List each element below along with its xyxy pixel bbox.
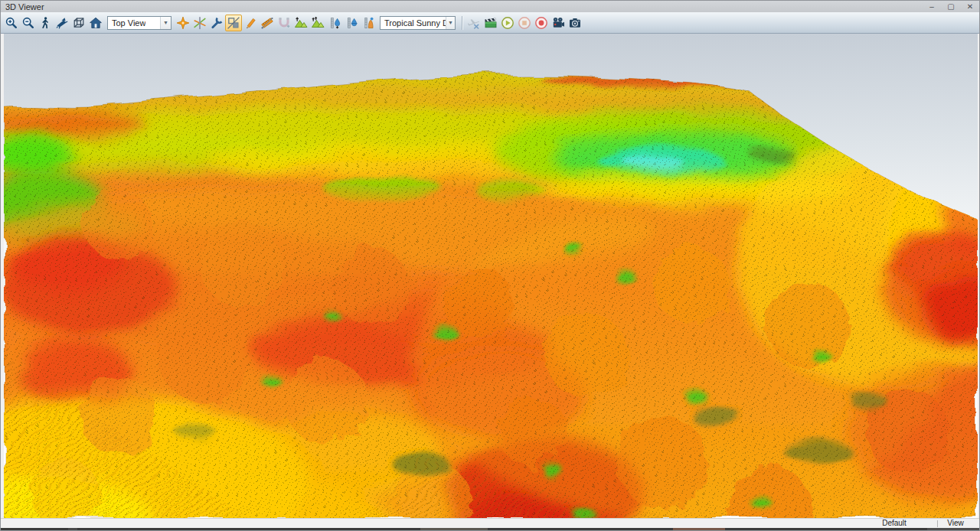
draw-pencil-icon [243,16,257,30]
magnet-add-icon [277,16,291,30]
axes-button[interactable] [191,15,208,31]
toolbar-group-tools [175,15,377,31]
maximize-button[interactable]: ▢ [946,2,956,11]
toolbar-group-navigation [3,15,104,31]
pause-icon [518,16,531,30]
walk-mode-button[interactable] [37,15,54,31]
clapperboard-button[interactable] [482,15,499,31]
tree-profile-icon [361,16,375,30]
toolbar: Top View ▼ Tropical Sunny Day ▼ [1,12,979,34]
view-preset-select[interactable]: Top View ▼ [107,16,172,30]
video-camera-button[interactable] [550,15,567,31]
statusbar-default[interactable]: Default [851,519,937,528]
home-view-button[interactable] [87,15,104,31]
pivot-star-icon [176,16,190,30]
play-icon [501,16,514,30]
record-icon [534,16,548,30]
terrain-raise-icon [294,16,308,30]
window-titlebar[interactable]: 3D Viewer –▢✕ [1,1,979,12]
record-button[interactable] [533,15,550,31]
chevron-down-icon[interactable]: ▼ [446,17,455,29]
flight-path-icon [467,16,481,30]
orthographic-cube-icon [72,16,86,30]
viewport-frame [1,34,979,518]
water-gauge-icon [328,16,341,30]
viewport-3d-scene[interactable] [4,34,978,518]
statusbar: Default View [1,518,979,528]
terrain-raise-double-icon [311,16,325,30]
cross-section-icon [227,16,240,30]
water-level-icon [345,16,358,30]
home-view-icon [89,16,103,30]
play-button[interactable] [499,15,516,31]
settings-wrench-button[interactable] [208,15,225,31]
fly-mode-icon [55,16,69,30]
zoom-out-icon [21,16,35,30]
axes-icon [193,16,207,30]
terrain-raise-double-button[interactable] [309,15,326,31]
photo-camera-icon [568,16,582,30]
zoom-out-button[interactable] [20,15,37,31]
toolbar-group-media [466,15,583,31]
sky-preset-value: Tropical Sunny Day [381,18,446,28]
zoom-in-button[interactable] [3,15,20,31]
flight-path-button[interactable] [466,15,482,31]
orthographic-cube-button[interactable] [70,15,87,31]
3d-viewer-window: 3D Viewer –▢✕ Top View ▼ Tropical Sunny … [0,0,980,531]
measure-ruler-icon [260,16,274,30]
pause-button[interactable] [516,15,533,31]
statusbar-view[interactable]: View [938,519,973,528]
water-gauge-button[interactable] [326,15,343,31]
draw-pencil-button[interactable] [242,15,259,31]
measure-ruler-button[interactable] [259,15,276,31]
photo-camera-button[interactable] [567,15,583,31]
sky-preset-select[interactable]: Tropical Sunny Day ▼ [380,16,456,30]
minimize-button[interactable]: – [927,2,936,11]
chevron-down-icon[interactable]: ▼ [160,17,171,29]
window-controls: –▢✕ [927,2,975,11]
toolbar-separator [462,16,462,30]
water-level-button[interactable] [343,15,360,31]
terrain-raise-button[interactable] [292,15,309,31]
zoom-in-icon [5,16,18,30]
tree-profile-button[interactable] [360,15,377,31]
view-preset-value: Top View [108,18,145,28]
settings-wrench-icon [210,16,224,30]
cross-section-button[interactable] [225,15,242,31]
pivot-star-button[interactable] [175,15,191,31]
walk-mode-icon [38,16,52,30]
video-camera-icon [551,16,565,30]
close-button[interactable]: ✕ [965,2,975,11]
magnet-add-button[interactable] [276,15,292,31]
window-title: 3D Viewer [5,2,44,12]
fly-mode-button[interactable] [54,15,70,31]
clapperboard-icon [484,16,498,30]
taskbar-strip [1,528,979,531]
